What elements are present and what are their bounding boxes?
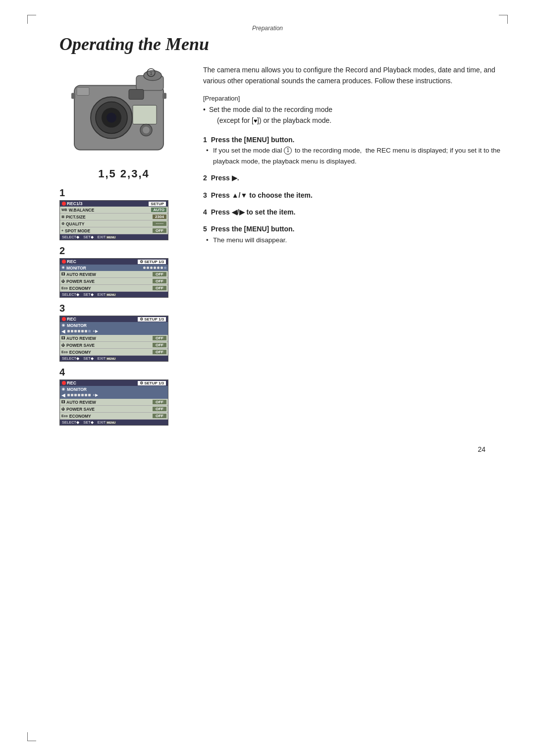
lcd-value-spotmode: OFF	[153, 228, 166, 233]
lcd-value-economy-3: OFF	[153, 350, 166, 354]
step-label-1: 1	[59, 187, 188, 199]
lcd-footer-4: SELECT◆ SET◆ EXIT MENU	[60, 420, 168, 425]
instruction-item-3: 3 Press ▲/▼ to choose the item.	[203, 190, 505, 201]
bar-dot	[71, 330, 73, 332]
lcd-label-wbalance: WB W.BALANCE	[61, 208, 94, 213]
bar-dot	[81, 330, 84, 332]
circle-num-1: 1	[284, 147, 292, 155]
lcd-value-quality: ⋯⋯	[153, 221, 166, 226]
lcd-row-quality: ⚙ QUALITY ⋯⋯	[60, 220, 168, 227]
setup-tab-2: ⚙ SETUP 1/3	[138, 260, 166, 264]
corner-mark-tl	[27, 15, 36, 24]
lcd-header-1: REC1/3 SETUP	[60, 201, 168, 207]
dot	[143, 267, 146, 269]
setup-tab-1: SETUP	[149, 202, 166, 206]
corner-mark-bl	[27, 732, 36, 741]
lcd-row-autoreview-3: 🎞 AUTO REVIEW OFF	[60, 335, 168, 342]
prep-title: [Preparation]	[203, 95, 505, 102]
bar-dot	[78, 330, 80, 332]
lcd-footer-2: SELECT◆ SET◆ EXIT MENU	[60, 292, 168, 297]
monitor-title-4: MONITOR	[67, 387, 87, 392]
instruction-list: 1 Press the [MENU] button. If you set th…	[203, 134, 505, 246]
step-num-1: 1	[203, 136, 207, 144]
lcd-row-powersave-4: ⏻ POWER SAVE OFF	[60, 406, 168, 413]
dot	[147, 267, 149, 269]
lcd-value-powersave-3: OFF	[153, 343, 166, 347]
instruction-text-2: Press ▶.	[211, 174, 239, 182]
instruction-item-4: 4 Press ◀/▶ to set the item.	[203, 207, 505, 217]
instruction-text-4: Press ◀/▶ to set the item.	[211, 208, 296, 216]
svg-rect-14	[71, 93, 75, 99]
bar-dot	[85, 394, 87, 396]
svg-rect-15	[162, 93, 166, 99]
screen-block-2: 2 REC ⚙ SETUP 1/3	[59, 245, 188, 298]
lcd-header-right-3: SETUP 1/3	[144, 317, 164, 322]
dot	[157, 267, 160, 269]
lcd-value-powersave-4: OFF	[153, 407, 166, 411]
lcd-value-pictsize: 2304	[153, 215, 166, 219]
monitor-bar-4: ◀ +▶	[61, 392, 166, 398]
dot	[154, 267, 156, 269]
lcd-row-economy-2: Eco ECONOMY OFF	[60, 285, 168, 292]
lcd-label-autoreview-2: 🎞 AUTO REVIEW	[61, 272, 96, 277]
lcd-value-autoreview-4: OFF	[153, 400, 166, 404]
bar-dot	[81, 394, 84, 396]
intro-text: The camera menu allows you to configure …	[203, 64, 505, 87]
rec-dot-3	[62, 317, 66, 321]
bar-dot	[85, 330, 87, 332]
lcd-row-powersave-3: ⏻ POWER SAVE OFF	[60, 342, 168, 349]
step-num-4: 4	[203, 208, 207, 216]
page-container: Preparation Operating the Menu	[0, 0, 535, 756]
lcd-header-4: REC ⚙ SETUP 1/3	[60, 380, 168, 386]
bar-dot	[74, 330, 77, 332]
svg-point-9	[143, 127, 150, 134]
monitor-bar-3: ◀ +▶	[61, 328, 166, 334]
lcd-row-spotmode: + SPOT MODE OFF	[60, 227, 168, 234]
svg-rect-6	[129, 90, 144, 100]
rec-dot-4	[62, 381, 66, 385]
instruction-text-3: Press ▲/▼ to choose the item.	[211, 191, 313, 199]
svg-text:1: 1	[150, 71, 152, 76]
preparation-section: [Preparation] Set the mode dial to the r…	[203, 95, 505, 126]
monitor-row-2: ✳ MONITOR	[60, 265, 168, 271]
screen-block-4: 4 REC ⚙ SETUP 1/3 ✳	[59, 367, 188, 426]
setup-tab-3: ⚙ SETUP 1/3	[138, 317, 166, 322]
instruction-item-1: 1 Press the [MENU] button. If you set th…	[203, 134, 505, 167]
lcd-header-2: REC ⚙ SETUP 1/3	[60, 259, 168, 265]
bar-dot	[88, 394, 91, 396]
corner-mark-tr	[499, 15, 508, 24]
lcd-header-left-2: REC	[67, 259, 76, 264]
lcd-row-economy-3: Eco ECONOMY OFF	[60, 349, 168, 356]
bar-dots-3	[67, 330, 91, 332]
lcd-label-autoreview-4: 🎞 AUTO REVIEW	[61, 400, 96, 405]
lcd-screen-4: REC ⚙ SETUP 1/3 ✳ MONITOR ◀	[59, 379, 168, 426]
step-label-2: 2	[59, 245, 188, 257]
lcd-label-economy-2: Eco ECONOMY	[61, 286, 91, 291]
lcd-header-right-1: SETUP	[151, 202, 164, 206]
screen-block-3: 3 REC ⚙ SETUP 1/3	[59, 303, 188, 362]
page-title: Operating the Menu	[59, 34, 505, 54]
lcd-screen-1: REC1/3 SETUP WB W.BALANCE AUTO	[59, 200, 168, 240]
monitor-dots-2	[143, 267, 166, 269]
camera-label: 1,5 2,3,4	[59, 167, 188, 180]
instruction-sub-1: If you set the mode dial 1 to the record…	[203, 145, 505, 166]
instruction-item-2: 2 Press ▶.	[203, 172, 505, 183]
lcd-row-autoreview-4: 🎞 AUTO REVIEW OFF	[60, 399, 168, 406]
lcd-label-economy-4: Eco ECONOMY	[61, 414, 91, 419]
lcd-header-left-1: REC1/3	[67, 201, 83, 206]
instruction-sub-5: The menu will disappear.	[203, 235, 505, 246]
prep-bullet: Set the mode dial to the recording mode	[203, 104, 505, 115]
rec-dot	[62, 202, 66, 206]
lcd-label-economy-3: Eco ECONOMY	[61, 350, 91, 355]
step-num-2: 2	[203, 174, 207, 182]
svg-point-10	[144, 71, 161, 81]
lcd-value-powersave-2: OFF	[153, 279, 166, 283]
lcd-screen-2: REC ⚙ SETUP 1/3 ✳ MONITOR	[59, 258, 168, 298]
heart-symbol: ♥	[254, 117, 257, 124]
section-label: Preparation	[30, 25, 505, 32]
step-label-4: 4	[59, 367, 188, 378]
monitor-expanded-3: ✳ MONITOR ◀	[60, 322, 168, 335]
page-number: 24	[30, 445, 505, 453]
lcd-value-autoreview-2: OFF	[153, 272, 166, 276]
instruction-item-5: 5 Press the [MENU] button. The menu will…	[203, 223, 505, 245]
